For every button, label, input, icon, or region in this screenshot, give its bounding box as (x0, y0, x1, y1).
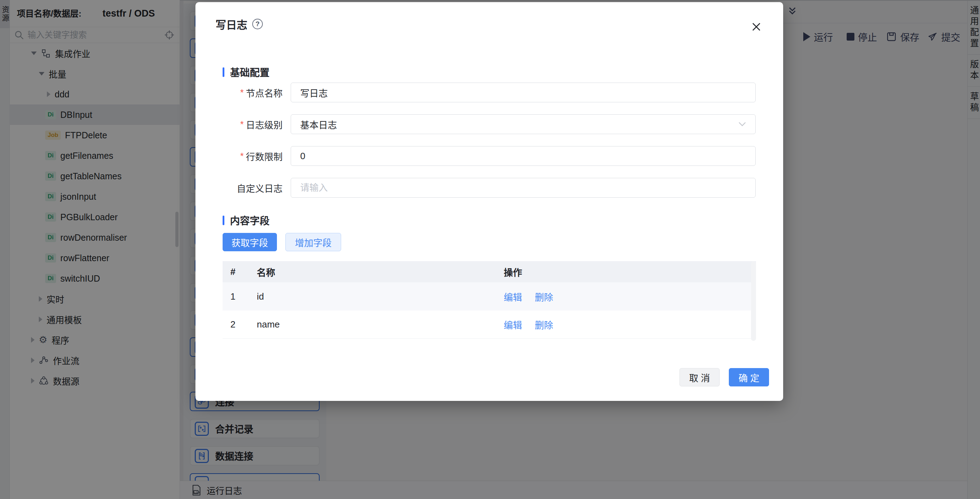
write-log-dialog: 写日志 ? 基础配置 * 节点名称 * 日志级别 基本日志 (196, 2, 783, 401)
cell-index: 1 (223, 291, 257, 302)
close-icon[interactable] (750, 21, 763, 33)
custom-log-label-text: 自定义日志 (237, 182, 283, 194)
cell-name: id (257, 291, 504, 302)
node-name-input[interactable] (300, 87, 746, 98)
node-name-label: * 节点名称 (196, 83, 283, 102)
required-mark: * (240, 87, 244, 98)
app-root: 资源 项目名称/数据层: testfr / ODS 集成作业 (0, 0, 980, 499)
dialog-header: 写日志 ? (216, 16, 263, 32)
cell-index: 2 (223, 319, 257, 330)
log-level-select[interactable]: 基本日志 (291, 114, 756, 134)
cell-name: name (257, 319, 504, 330)
row-limit-label-text: 行数限制 (246, 150, 283, 163)
edit-link[interactable]: 编辑 (504, 290, 522, 303)
table-header-row: # 名称 操作 (223, 261, 756, 282)
section-content-fields: 内容字段 (223, 213, 269, 227)
custom-log-label: 自定义日志 (196, 178, 283, 198)
node-name-field-wrap (291, 83, 756, 102)
custom-log-input[interactable] (300, 182, 746, 193)
section-bar (223, 67, 224, 77)
section-bar (223, 215, 224, 225)
required-mark: * (240, 119, 244, 130)
table-scrollbar[interactable] (751, 261, 756, 341)
field-row-node-name: * 节点名称 (196, 83, 783, 102)
fields-table: # 名称 操作 1 id 编辑 删除 2 name 编辑 删除 (223, 261, 756, 341)
delete-link[interactable]: 删除 (535, 318, 553, 331)
dialog-title: 写日志 (216, 16, 247, 32)
ok-button[interactable]: 确 定 (729, 368, 769, 386)
cancel-button[interactable]: 取 消 (679, 368, 720, 386)
log-level-label-text: 日志级别 (246, 118, 283, 131)
log-level-label: * 日志级别 (196, 114, 283, 134)
col-header-name: 名称 (257, 265, 504, 279)
table-row: 1 id 编辑 删除 (223, 282, 756, 311)
row-limit-input[interactable] (300, 151, 746, 162)
section-basic-config: 基础配置 (223, 65, 269, 79)
field-row-log-level: * 日志级别 基本日志 (196, 114, 783, 134)
custom-log-field-wrap (291, 178, 756, 198)
node-name-label-text: 节点名称 (246, 86, 283, 99)
row-limit-label: * 行数限制 (196, 146, 283, 166)
section-basic-label: 基础配置 (230, 65, 269, 79)
section-content-label: 内容字段 (230, 213, 269, 227)
table-row: 2 name 编辑 删除 (223, 311, 756, 339)
field-row-row-limit: * 行数限制 (196, 146, 783, 166)
help-icon[interactable]: ? (252, 19, 263, 29)
fetch-fields-button[interactable]: 获取字段 (223, 233, 277, 251)
row-limit-field-wrap (291, 146, 756, 166)
chevron-down-icon (738, 122, 746, 127)
col-header-index: # (223, 266, 257, 277)
delete-link[interactable]: 删除 (535, 290, 553, 303)
required-mark: * (240, 151, 244, 162)
add-field-button[interactable]: 增加字段 (285, 233, 341, 251)
edit-link[interactable]: 编辑 (504, 318, 522, 331)
log-level-value: 基本日志 (300, 118, 337, 131)
col-header-actions: 操作 (504, 265, 522, 279)
field-row-custom-log: 自定义日志 (196, 178, 783, 198)
